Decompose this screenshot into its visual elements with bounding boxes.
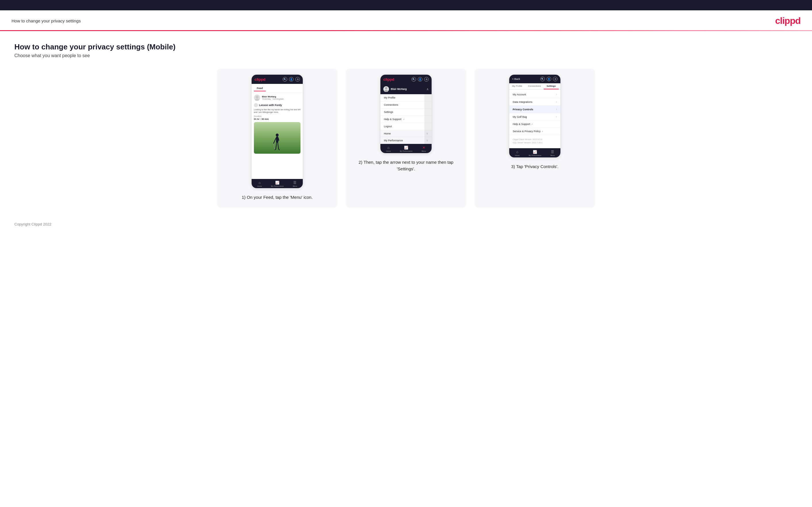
feed-user-info: Blair McHarg Yesterday · Sunningdale: [262, 95, 284, 100]
feed-tab: Feed: [254, 86, 266, 91]
phone1-bottom-bar: ⌂ Home 📈 My Performance ☰ Menu: [252, 179, 303, 188]
menu-item-connections: Connections: [380, 101, 432, 109]
svg-point-0: [256, 96, 258, 99]
step-card-3: < Back 🔍 👤 ⚙ My Profile Connections Sett…: [474, 69, 595, 208]
bottom-tab-menu-3: ☰ Menu: [550, 150, 555, 156]
phone1-nav: clippd 🔍 👤 ⚙: [252, 75, 303, 84]
phone1-body: Blair McHarg Yesterday · Sunningdale Les…: [252, 93, 303, 179]
settings-item-data: Data Integrations ›: [509, 98, 560, 106]
home-label-2: Home: [386, 150, 391, 152]
settings-icon: ⚙: [295, 77, 300, 81]
svg-point-12: [384, 90, 388, 92]
phone3-icons: 🔍 👤 ⚙: [540, 77, 558, 81]
feed-user-row: Blair McHarg Yesterday · Sunningdale: [254, 95, 301, 101]
menu-item-settings: Settings: [380, 109, 432, 116]
bottom-tab-home-2: ⌂ Home: [386, 146, 391, 152]
performance-label: My Performance: [271, 185, 284, 187]
home-label-3: Home: [515, 155, 519, 156]
performance-label-2: My Performance: [400, 150, 412, 152]
performance-icon: 📈: [275, 181, 280, 185]
svg-point-11: [385, 87, 387, 89]
phone3-bottom-bar: ⌂ Home 📈 My Performance ☰ Menu: [509, 148, 560, 157]
close-icon: ✕: [422, 146, 425, 150]
page-heading: How to change your privacy settings (Mob…: [14, 43, 798, 51]
bottom-tab-home-3: ⌂ Home: [515, 150, 519, 156]
chevron-right-icon-2: ›: [556, 100, 557, 103]
main-content: How to change your privacy settings (Mob…: [0, 31, 812, 216]
svg-line-4: [273, 138, 276, 144]
step-card-2: clippd 🔍 👤 ⚙ Blair McHarg ∧: [346, 69, 466, 208]
user-icon-2: 👤: [418, 77, 422, 81]
settings-item-account: My Account ›: [509, 91, 560, 98]
menu-item-logout: Logout: [380, 123, 432, 130]
performance-icon-2: 📈: [404, 146, 408, 150]
svg-line-10: [278, 149, 280, 150]
menu-icon-3: ☰: [551, 150, 554, 154]
menu-item-profile: My Profile: [380, 94, 432, 101]
golf-image: [254, 122, 301, 154]
bottom-tab-close: ✕ Menu: [421, 146, 426, 152]
settings-list: My Account › Data Integrations › Privacy…: [509, 90, 560, 148]
ext-link-icon: ↗: [531, 123, 533, 125]
phone-mockup-2: clippd 🔍 👤 ⚙ Blair McHarg ∧: [380, 74, 432, 153]
feed-user-sub: Yesterday · Sunningdale: [262, 98, 284, 100]
menu-label-3: Menu: [550, 155, 555, 156]
menu-label-2: Menu: [421, 150, 426, 152]
search-icon-3: 🔍: [540, 77, 545, 81]
footer: Copyright Clippd 2022: [0, 216, 812, 232]
phone2-logo: clippd: [383, 77, 394, 81]
settings-icon-3: ⚙: [553, 77, 558, 81]
user-icon: 👤: [289, 77, 294, 81]
bottom-tab-home: ⌂ Home: [257, 181, 262, 187]
step-caption-2: 2) Then, tap the arrow next to your name…: [351, 159, 461, 172]
phone1-tabs: Feed: [252, 84, 303, 93]
bottom-tab-performance-2: 📈 My Performance: [400, 146, 412, 152]
svg-point-2: [276, 133, 278, 136]
lesson-text: Looking to feel like my hands are exitin…: [254, 108, 301, 113]
home-icon: ⌂: [258, 181, 260, 185]
chevron-right-icon-3: ›: [556, 108, 557, 111]
menu-section-performance: My Performance ∨: [380, 137, 432, 144]
svg-line-5: [273, 144, 274, 149]
home-icon-2: ⌂: [387, 146, 389, 150]
page-title: How to change your privacy settings: [11, 18, 81, 23]
lesson-title: Lesson with Fordy: [254, 103, 301, 107]
tab-connections: Connections: [525, 83, 544, 89]
feed-bg-overlay: [424, 94, 432, 144]
svg-line-9: [274, 149, 276, 150]
settings-item-privacy-policy: Service & Privacy Policy ↗: [509, 128, 560, 135]
chevron-right-icon-4: ›: [556, 115, 557, 118]
svg-line-8: [278, 143, 278, 149]
svg-line-7: [276, 143, 276, 149]
menu-section-home: Home ∨: [380, 130, 432, 137]
settings-item-help: Help & Support ↗: [509, 121, 560, 128]
settings-item-golfbag: My Golf Bag ›: [509, 113, 560, 121]
steps-row: clippd 🔍 👤 ⚙ Feed: [14, 69, 798, 208]
search-icon: 🔍: [283, 77, 287, 81]
step-caption-1: 1) On your Feed, tap the 'Menu' icon.: [242, 194, 313, 201]
step-card-1: clippd 🔍 👤 ⚙ Feed: [217, 69, 338, 208]
phone-mockup-1: clippd 🔍 👤 ⚙ Feed: [251, 74, 303, 188]
duration-label: Duration: [254, 115, 301, 117]
bottom-tab-performance: 📈 My Performance: [271, 181, 284, 187]
home-icon-3: ⌂: [516, 150, 518, 154]
menu-user-info: Blair McHarg: [383, 86, 407, 92]
bottom-tab-menu: ☰ Menu: [293, 181, 297, 187]
menu-user-chevron: ∧: [426, 87, 429, 91]
menu-label: Menu: [293, 185, 297, 187]
performance-icon-3: 📈: [533, 150, 537, 154]
page-subheading: Choose what you want people to see: [14, 53, 798, 58]
golfer-svg: [272, 133, 282, 152]
home-label: Home: [257, 185, 262, 187]
phone2-bottom-bar: ⌂ Home 📈 My Performance ✕ Menu: [380, 144, 432, 153]
menu-item-help: Help & Support ↗: [380, 116, 432, 123]
chevron-right-icon: ›: [556, 93, 557, 96]
tab-my-profile: My Profile: [509, 83, 525, 89]
phone2-nav: clippd 🔍 👤 ⚙: [380, 75, 432, 84]
menu-avatar: [383, 86, 389, 92]
back-button: < Back: [512, 77, 520, 80]
avatar: [254, 95, 260, 101]
menu-user-row: Blair McHarg ∧: [380, 84, 432, 94]
search-icon-2: 🔍: [411, 77, 416, 81]
bottom-tab-performance-3: 📈 My Performance: [528, 150, 541, 156]
